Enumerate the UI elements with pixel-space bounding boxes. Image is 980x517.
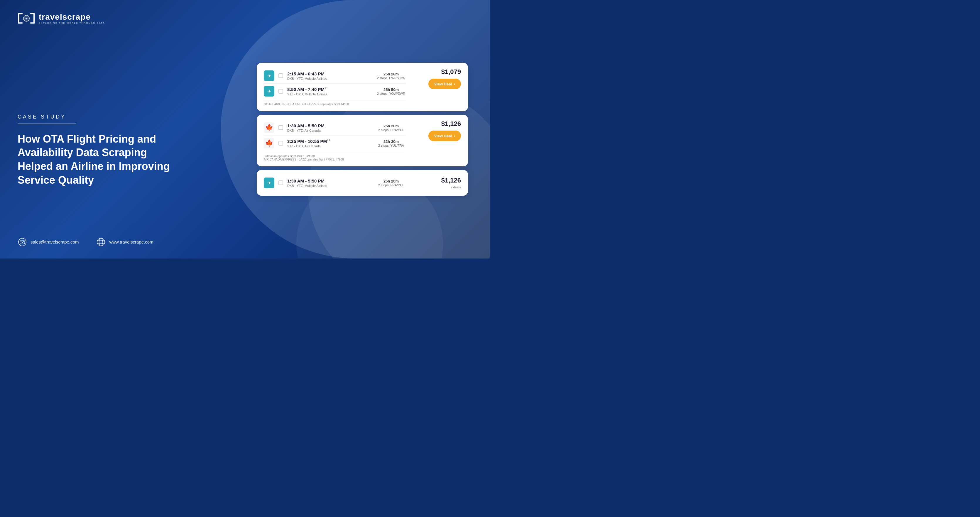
svg-rect-5 bbox=[33, 13, 35, 24]
svg-rect-6 bbox=[30, 13, 35, 14]
view-deal-button-1[interactable]: View Deal › bbox=[428, 79, 461, 89]
flight-times-5: 1:30 AM - 5:50 PM DXB - YTZ, Multiple Ai… bbox=[287, 178, 372, 188]
flight-time-dep-2: 1:30 AM - 5:50 PM bbox=[287, 123, 372, 128]
logo-area: ✈ travelscrape EXPLORING THE WORLD THROU… bbox=[18, 12, 228, 25]
maple-leaf-icon-1: 🍁 bbox=[265, 124, 273, 132]
flight-duration-1: 25h 28m 2 stops, EWR/YOW bbox=[377, 72, 406, 80]
flight-times-4: 3:25 PM - 10:55 PM+1 YTZ - DXB, Air Cana… bbox=[287, 138, 372, 148]
logo-tagline: EXPLORING THE WORLD THROUGH DATA bbox=[39, 22, 105, 24]
flight-duration-3: 25h 20m 2 stops, FRA/YUL bbox=[377, 124, 406, 132]
airline-logo-air-canada-2: 🍁 bbox=[264, 138, 274, 148]
flight-times-3: 1:30 AM - 5:50 PM DXB - YTZ, Air Canada bbox=[287, 123, 372, 132]
flight-checkbox-1[interactable] bbox=[278, 73, 283, 78]
flight-route-return-1: YTZ - DXB, Multiple Airlines bbox=[287, 92, 372, 96]
logo-text-area: travelscrape EXPLORING THE WORLD THROUGH… bbox=[39, 12, 105, 24]
flight-card-2: 🍁 1:30 AM - 5:50 PM DXB - YTZ, Air Canad… bbox=[257, 115, 468, 166]
flight-row-2-1: 🍁 1:30 AM - 5:50 PM DXB - YTZ, Air Canad… bbox=[264, 120, 406, 135]
web-value: www.travelscrape.com bbox=[109, 239, 153, 244]
flight-times-1: 2:15 AM - 6:43 PM DXB - YTZ, Multiple Ai… bbox=[287, 71, 372, 80]
flight-time-dep-3: 1:30 AM - 5:50 PM bbox=[287, 178, 372, 183]
flight-route-3: DXB - YTZ, Air Canada bbox=[287, 129, 372, 132]
svg-rect-7 bbox=[30, 22, 35, 24]
plane-icon-2: ✈ bbox=[267, 89, 271, 94]
card-price-section-2: $1,126 View Deal › bbox=[408, 120, 461, 141]
airline-logo-teal: ✈ bbox=[264, 70, 274, 81]
flight-route-1: DXB - YTZ, Multiple Airlines bbox=[287, 77, 372, 80]
footer-contacts: sales@travelscrape.com www.travelscrape.… bbox=[18, 223, 228, 247]
flight-checkbox-3[interactable] bbox=[278, 125, 283, 130]
svg-rect-1 bbox=[18, 13, 22, 14]
flight-price-3: $1,126 bbox=[441, 177, 461, 184]
web-contact: www.travelscrape.com bbox=[96, 237, 153, 247]
email-value: sales@travelscrape.com bbox=[30, 239, 79, 244]
globe-icon bbox=[96, 237, 106, 247]
flight-time-ret-2: 3:25 PM - 10:55 PM+1 bbox=[287, 138, 372, 144]
flight-route-5: DXB - YTZ, Multiple Airlines bbox=[287, 184, 372, 188]
travelscrape-logo-svg: ✈ bbox=[18, 12, 35, 25]
flight-row-3-1: ✈ 1:30 AM - 5:50 PM DXB - YTZ, Multiple … bbox=[264, 175, 406, 191]
arrow-icon-1: › bbox=[453, 81, 455, 86]
flight-cards-container: ✈ 2:15 AM - 6:43 PM DXB - YTZ, Multiple … bbox=[257, 63, 468, 196]
svg-point-8 bbox=[19, 238, 26, 246]
card-price-section-1: $1,079 View Deal › bbox=[408, 68, 461, 89]
main-content: CASE STUDY How OTA Flight Pricing and Av… bbox=[18, 96, 228, 187]
flight-price-2: $1,126 bbox=[441, 120, 461, 128]
flight-row-2-2: 🍁 3:25 PM - 10:55 PM+1 YTZ - DXB, Air Ca… bbox=[264, 135, 406, 151]
flight-time-departure-1: 2:15 AM - 6:43 PM bbox=[287, 71, 372, 76]
left-panel: ✈ travelscrape EXPLORING THE WORLD THROU… bbox=[0, 0, 245, 259]
case-study-label: CASE STUDY bbox=[18, 114, 228, 120]
flight-checkbox-4[interactable] bbox=[278, 141, 283, 146]
svg-text:✈: ✈ bbox=[25, 17, 27, 20]
page-wrapper: ✈ travelscrape EXPLORING THE WORLD THROU… bbox=[0, 0, 490, 259]
deals-count-3: 2 deals bbox=[451, 185, 461, 189]
right-panel: ✈ 2:15 AM - 6:43 PM DXB - YTZ, Multiple … bbox=[245, 0, 490, 259]
flight-route-4: YTZ - DXB, Air Canada bbox=[287, 144, 372, 148]
card-price-section-3: $1,126 2 deals bbox=[408, 177, 461, 189]
flight-checkbox-5[interactable] bbox=[278, 180, 283, 185]
airline-logo-air-canada-1: 🍁 bbox=[264, 122, 274, 133]
section-divider bbox=[18, 124, 76, 124]
flight-duration-5: 25h 20m 2 stops, FRA/YUL bbox=[377, 179, 406, 187]
airline-logo-teal-2: ✈ bbox=[264, 86, 274, 97]
logo-name: travelscrape bbox=[39, 12, 105, 22]
plane-icon: ✈ bbox=[267, 73, 271, 79]
arrow-icon-2: › bbox=[453, 134, 455, 138]
flight-note-1: GOJET AIRLINES DBA UNITED EXPRESS operat… bbox=[264, 100, 406, 106]
flight-price-1: $1,079 bbox=[441, 68, 461, 76]
airline-logo-teal-3: ✈ bbox=[264, 178, 274, 188]
flight-checkbox-2[interactable] bbox=[278, 89, 283, 94]
flight-times-2: 8:50 AM - 7:40 PM+1 YTZ - DXB, Multiple … bbox=[287, 87, 372, 96]
flight-row-1-2: ✈ 8:50 AM - 7:40 PM+1 YTZ - DXB, Multipl… bbox=[264, 83, 406, 99]
page-title: How OTA Flight Pricing and Availability … bbox=[18, 132, 176, 187]
svg-rect-0 bbox=[18, 13, 19, 24]
email-contact: sales@travelscrape.com bbox=[18, 237, 79, 247]
flight-duration-4: 22h 30m 2 stops, YUL/FRA bbox=[377, 139, 406, 147]
email-icon bbox=[18, 237, 27, 247]
view-deal-button-2[interactable]: View Deal › bbox=[428, 130, 461, 141]
flight-duration-return-1: 25h 50m 2 stops, YOW/EWR bbox=[377, 87, 406, 95]
flight-card-1: ✈ 2:15 AM - 6:43 PM DXB - YTZ, Multiple … bbox=[257, 63, 468, 111]
svg-rect-2 bbox=[18, 22, 22, 24]
flight-row-1-1: ✈ 2:15 AM - 6:43 PM DXB - YTZ, Multiple … bbox=[264, 68, 406, 83]
flight-card-3: ✈ 1:30 AM - 5:50 PM DXB - YTZ, Multiple … bbox=[257, 170, 468, 196]
flight-note-2: Lufthansa operates flight #9081, #9088 A… bbox=[264, 152, 406, 161]
logo-icon: ✈ bbox=[18, 12, 35, 25]
plane-icon-3: ✈ bbox=[267, 180, 271, 186]
maple-leaf-icon-2: 🍁 bbox=[265, 139, 273, 147]
flight-time-return-1: 8:50 AM - 7:40 PM+1 bbox=[287, 87, 372, 92]
